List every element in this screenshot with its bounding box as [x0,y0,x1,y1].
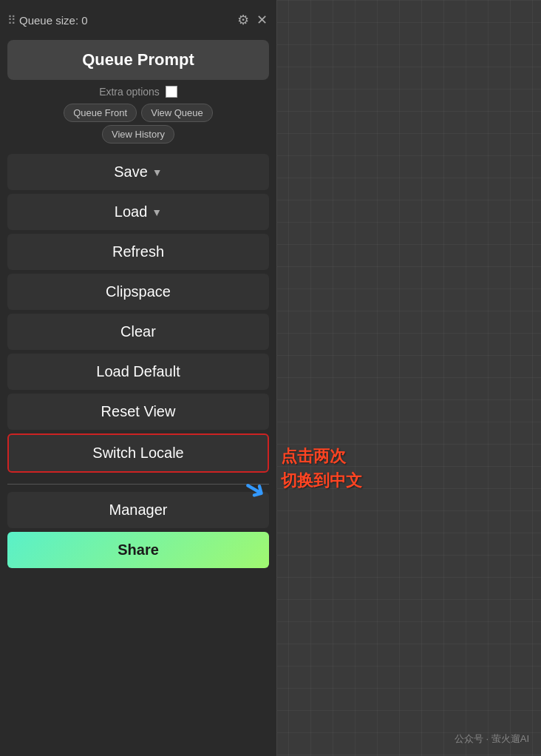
extra-options-checkbox[interactable] [166,86,177,98]
clipspace-button[interactable]: Clipspace [7,274,269,310]
load-dropdown-arrow: ▼ [152,206,162,218]
close-button[interactable]: ✕ [255,10,269,30]
switch-locale-button[interactable]: Switch Locale [7,433,269,473]
switch-locale-label: Switch Locale [92,445,183,462]
share-button[interactable]: Share [7,532,269,568]
header-row: ⠿ Queue size: 0 ⚙ ✕ [7,7,269,33]
load-default-label: Load Default [96,363,180,380]
load-button[interactable]: Load ▼ [7,194,269,230]
view-history-button[interactable]: View History [102,125,174,144]
view-history-row: View History [7,125,269,144]
extra-options-row: Extra options [7,86,269,98]
annotation-text: 点击两次 切换到中文 [281,444,362,493]
annotation-line2: 切换到中文 [281,468,362,493]
clear-label: Clear [120,323,156,340]
load-label: Load [115,203,148,220]
refresh-button[interactable]: Refresh [7,234,269,270]
extra-options-label: Extra options [99,86,160,98]
manager-button[interactable]: Manager [7,492,269,528]
queue-action-row: Queue Front View Queue [7,104,269,122]
clear-button[interactable]: Clear [7,314,269,350]
save-button[interactable]: Save ▼ [7,154,269,190]
clipspace-label: Clipspace [106,283,171,300]
save-label: Save [114,163,148,180]
sidebar-panel: ⠿ Queue size: 0 ⚙ ✕ Queue Prompt Extra o… [0,0,277,756]
settings-gear-button[interactable]: ⚙ [236,10,251,30]
queue-front-button[interactable]: Queue Front [64,104,137,122]
queue-size-label: Queue size: 0 [19,14,231,27]
reset-view-label: Reset View [101,403,176,420]
drag-handle-icon[interactable]: ⠿ [7,13,15,27]
save-dropdown-arrow: ▼ [152,166,163,178]
view-queue-button[interactable]: View Queue [141,104,213,122]
section-divider [7,484,269,485]
annotation-line1: 点击两次 [281,444,362,468]
load-default-button[interactable]: Load Default [7,354,269,390]
queue-prompt-button[interactable]: Queue Prompt [7,40,269,80]
reset-view-button[interactable]: Reset View [7,394,269,430]
refresh-label: Refresh [112,243,164,260]
watermark-text: 公众号 · 萤火遛AI [455,732,529,746]
